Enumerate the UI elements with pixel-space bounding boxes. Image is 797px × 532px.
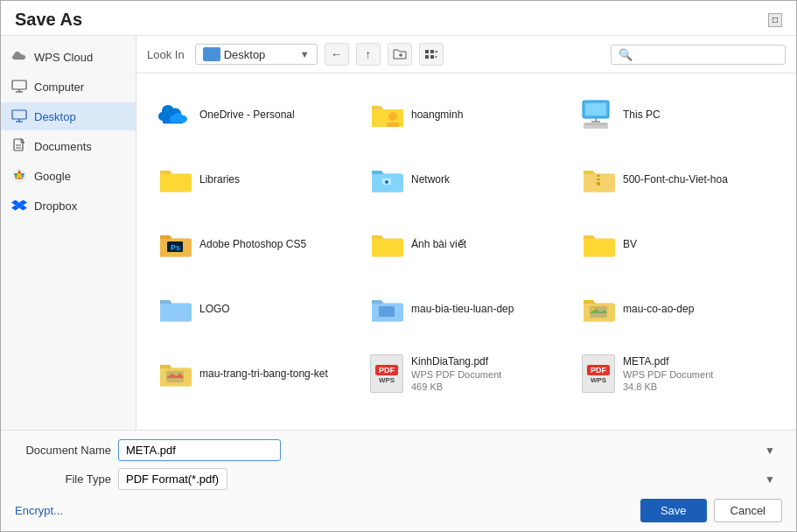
file-info: mau-co-ao-dep [623,303,694,315]
content-area: Look In Desktop ▼ ← ↑ [136,36,796,430]
file-name: KinhDiaTang.pdf [411,355,501,368]
list-item[interactable]: mau-co-ao-dep [574,278,782,340]
list-item[interactable]: mau-trang-tri-bang-tong-ket [150,343,359,404]
dropbox-label: Dropbox [34,200,77,213]
desktop-icon [11,108,27,124]
view-options-button[interactable] [419,43,444,66]
svg-rect-34 [379,306,395,317]
sidebar-item-wps-cloud[interactable]: WPS Cloud [1,43,136,71]
list-item[interactable]: PDF WPS KinhDiaTang.pdf WPS PDF Document… [362,343,570,404]
file-info: Ảnh bài viết [411,238,466,250]
file-info: 500-Font-chu-Viet-hoa [623,173,728,186]
svg-point-27 [385,180,388,184]
list-item[interactable]: mau-bia-tieu-luan-dep [362,278,570,340]
svg-rect-14 [425,55,429,59]
file-name: mau-bia-tieu-luan-dep [411,303,514,315]
svg-rect-29 [597,173,600,175]
sidebar-item-desktop[interactable]: Desktop [1,102,136,130]
search-box: 🔍 [611,45,786,65]
document-name-input[interactable] [118,439,281,461]
svg-rect-12 [425,50,429,53]
list-item[interactable]: Libraries [150,149,359,210]
list-item[interactable]: Ảnh bài viết [362,214,570,275]
encrypt-link[interactable]: Encrypt... [15,504,63,517]
list-item[interactable]: hoangminh [362,84,570,145]
file-name: BV [623,238,637,250]
documents-label: Documents [34,140,92,153]
list-item[interactable]: Ps Adobe Photoshop CS5 [150,214,359,275]
file-name: hoangminh [411,108,463,121]
dropdown-arrow-icon: ▼ [300,49,310,60]
file-info: META.pdf WPS PDF Document 34.8 KB [623,355,713,392]
computer-label: Computer [34,80,84,94]
file-info: This PC [623,108,661,121]
svg-rect-19 [387,122,399,127]
file-info: BV [623,238,637,250]
search-input[interactable] [633,48,778,61]
file-info: KinhDiaTang.pdf WPS PDF Document 469 KB [411,355,501,392]
search-icon: 🔍 [619,48,633,61]
folder-icon [581,227,616,262]
file-info: OneDrive - Personal [199,108,295,121]
file-type-select[interactable]: PDF Format(*.pdf) [118,468,227,490]
folder-person-icon [369,97,404,132]
file-sub1: WPS PDF Document [623,369,713,380]
this-pc-icon [581,97,616,132]
list-item[interactable]: Network [362,149,570,210]
folder-image2-icon [157,356,192,391]
file-name: mau-trang-tri-bang-tong-ket [199,368,328,380]
svg-rect-0 [12,80,26,89]
folder-icon [369,227,404,262]
svg-rect-28 [597,173,600,186]
up-button[interactable]: ↑ [356,43,381,66]
look-in-dropdown[interactable]: Desktop ▼ [195,44,318,65]
list-item[interactable]: This PC [574,84,782,145]
new-folder-button[interactable] [388,43,412,66]
file-type-label: File Type [15,472,111,486]
list-item[interactable]: PDF WPS META.pdf WPS PDF Document 34.8 K… [574,343,782,404]
list-item[interactable]: BV [574,214,782,275]
back-button[interactable]: ← [325,43,349,66]
pdf-icon: PDF WPS [369,356,404,391]
look-in-label: Look In [147,48,185,61]
doc-name-dropdown-arrow: ▼ [765,444,775,457]
list-item[interactable]: 500-Font-chu-Viet-hoa [574,149,782,210]
doc-name-wrapper: ▼ [118,439,782,461]
cancel-button[interactable]: Cancel [714,499,782,522]
desktop-label: Desktop [34,110,76,123]
file-name: Adobe Photoshop CS5 [199,238,306,250]
folder-icon [157,291,192,326]
documents-icon [11,138,27,154]
toolbar: Look In Desktop ▼ ← ↑ [136,36,796,74]
svg-rect-25 [585,123,606,125]
onedrive-icon [157,97,192,132]
wps-cloud-label: WPS Cloud [34,51,93,64]
files-grid: OneDrive - Personal hoangminh [136,74,796,430]
list-item[interactable]: LOGO [150,278,359,340]
file-info: mau-bia-tieu-luan-dep [411,303,514,315]
file-info: LOGO [199,303,230,315]
folder-icon [157,162,192,197]
svg-rect-15 [430,55,434,59]
sidebar-item-dropbox[interactable]: Dropbox [1,192,136,220]
sidebar: WPS Cloud Computer [1,36,136,430]
svg-rect-13 [430,50,434,53]
title-bar: Save As □ [1,1,796,36]
file-name: mau-co-ao-dep [623,303,694,315]
list-item[interactable]: OneDrive - Personal [150,84,359,145]
file-sub1: WPS PDF Document [411,369,501,380]
sidebar-item-google[interactable]: Google [1,162,136,190]
computer-icon [11,79,27,94]
file-info: hoangminh [411,108,463,121]
folder-image-icon [581,291,616,326]
look-in-value: Desktop [224,48,297,61]
svg-rect-3 [12,110,26,119]
sidebar-item-documents[interactable]: Documents [1,132,136,160]
sidebar-item-computer[interactable]: Computer [1,73,136,101]
maximize-button[interactable]: □ [768,13,782,27]
desktop-folder-icon [203,47,220,61]
save-button[interactable]: Save [640,499,707,522]
svg-text:Ps: Ps [171,243,180,252]
google-icon [11,168,27,184]
file-type-dropdown-arrow: ▼ [765,473,775,486]
